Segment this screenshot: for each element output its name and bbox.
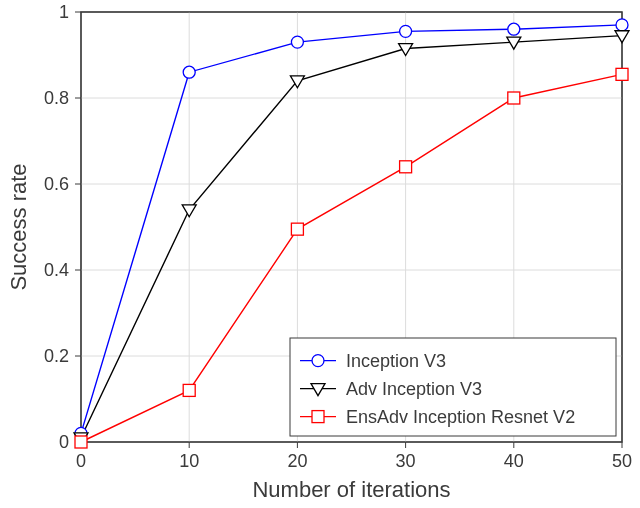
legend: Inception V3Adv Inception V3EnsAdv Incep… — [290, 338, 616, 436]
x-axis-label: Number of iterations — [252, 477, 450, 502]
marker-square — [291, 223, 303, 235]
marker-circle — [291, 36, 303, 48]
legend-label: Adv Inception V3 — [346, 379, 482, 399]
y-tick-label: 1 — [59, 2, 69, 22]
marker-circle — [616, 19, 628, 31]
y-tick-label: 0 — [59, 432, 69, 452]
marker-circle — [312, 355, 324, 367]
marker-square — [312, 411, 324, 423]
x-tick-label: 0 — [76, 451, 86, 471]
y-tick-label: 0.2 — [44, 346, 69, 366]
marker-circle — [508, 23, 520, 35]
x-tick-label: 30 — [396, 451, 416, 471]
marker-square — [508, 92, 520, 104]
marker-square — [616, 68, 628, 80]
marker-square — [400, 161, 412, 173]
y-tick-label: 0.4 — [44, 260, 69, 280]
marker-square — [75, 436, 87, 448]
line-chart: 0102030405000.20.40.60.81Number of itera… — [0, 0, 640, 508]
marker-circle — [183, 66, 195, 78]
x-tick-label: 50 — [612, 451, 632, 471]
legend-label: EnsAdv Inception Resnet V2 — [346, 407, 575, 427]
legend-label: Inception V3 — [346, 351, 446, 371]
marker-circle — [400, 25, 412, 37]
y-axis-label: Success rate — [6, 163, 31, 290]
y-tick-label: 0.6 — [44, 174, 69, 194]
y-tick-label: 0.8 — [44, 88, 69, 108]
x-tick-label: 40 — [504, 451, 524, 471]
x-tick-label: 10 — [179, 451, 199, 471]
chart-svg: 0102030405000.20.40.60.81Number of itera… — [0, 0, 640, 508]
marker-square — [183, 384, 195, 396]
x-tick-label: 20 — [287, 451, 307, 471]
